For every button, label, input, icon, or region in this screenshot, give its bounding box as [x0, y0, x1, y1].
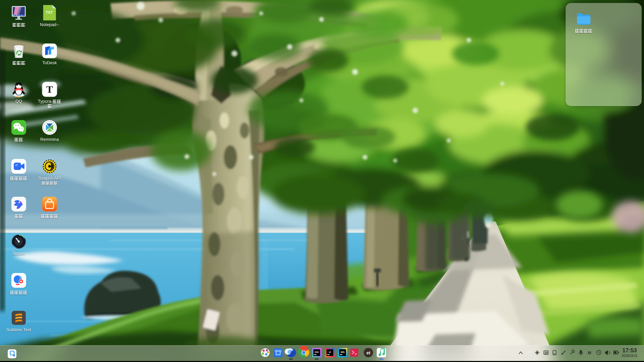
- svg-text:WS: WS: [341, 351, 345, 354]
- svg-text:M: M: [588, 351, 591, 355]
- svg-text:T: T: [46, 84, 53, 95]
- svg-text:IJ: IJ: [329, 351, 331, 354]
- svg-text:DG: DG: [315, 351, 319, 354]
- svg-text:et: et: [366, 350, 370, 355]
- svg-text:TXT: TXT: [46, 10, 53, 14]
